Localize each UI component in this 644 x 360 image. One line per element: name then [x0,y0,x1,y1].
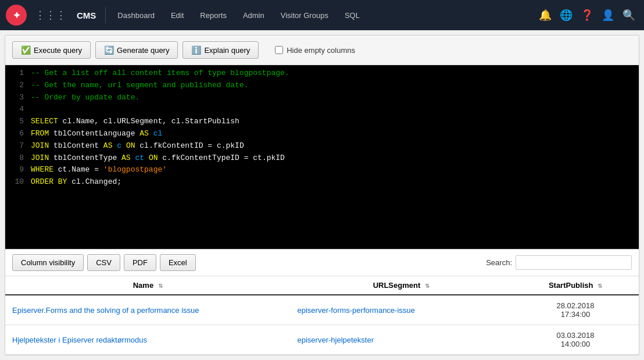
column-header-name[interactable]: Name ⇅ [5,276,291,295]
line-number: 6 [10,128,24,140]
nav-visitor-groups[interactable]: Visitor Groups [274,8,335,23]
row1-url-link[interactable]: episerver-forms-performance-issue [298,306,415,315]
code-line-9: 9 WHERE ct.Name = 'blogpostpage' [5,164,639,176]
code-line-8: 8 JOIN tblContentType AS ct ON c.fkConte… [5,152,639,165]
line-number: 7 [10,140,24,152]
code-content: JOIN tblContentType AS ct ON c.fkContent… [31,152,285,165]
code-editor[interactable]: 1 -- Get a list off all content items of… [5,65,639,249]
code-content: -- Order by update date. [31,92,139,104]
code-content: JOIN tblContent AS c ON cl.fkContentID =… [31,140,244,152]
query-toolbar: ✅ Execute query 🔄 Generate query ℹ️ Expl… [5,35,639,65]
code-line-6: 6 FROM tblContentLanguage AS cl [5,128,639,140]
hide-empty-columns-label[interactable]: Hide empty columns [275,46,355,55]
code-line-1: 1 -- Get a list off all content items of… [5,67,639,80]
row2-name-link[interactable]: Hjelpetekster i Episerver redaktørmodus [12,336,147,344]
code-line-3: 3 -- Order by update date. [5,92,639,104]
globe-icon[interactable]: 🌐 [557,6,575,24]
logo[interactable]: ✦ [6,5,27,26]
row2-url-link[interactable]: episerver-hjelpetekster [298,336,374,344]
excel-button[interactable]: Excel [160,254,196,271]
hide-empty-columns-checkbox[interactable] [275,46,283,54]
nav-separator [105,7,106,23]
line-number: 9 [10,164,24,176]
column-header-url[interactable]: URLSegment ⇅ [291,276,513,295]
sort-icon-url: ⇅ [425,283,430,289]
column-header-date[interactable]: StartPublish ⇅ [512,276,639,295]
code-content: ORDER BY cl.Changed; [31,176,121,188]
results-table: Name ⇅ URLSegment ⇅ StartPublish ⇅ [5,276,639,355]
search-icon[interactable]: 🔍 [620,6,638,24]
nav-dashboard[interactable]: Dashboard [110,8,162,23]
code-line-7: 7 JOIN tblContent AS c ON cl.fkContentID… [5,140,639,152]
line-number: 2 [10,80,24,92]
explain-query-button[interactable]: ℹ️ Explain query [183,41,259,59]
cell-date-1: 28.02.201817:34:00 [512,295,639,325]
main-area: ✅ Execute query 🔄 Generate query ℹ️ Expl… [5,35,639,355]
bell-icon[interactable]: 🔔 [536,6,554,24]
table-row: Episerver.Forms and the solving of a per… [5,295,639,325]
code-content: -- Get the name, url segment and publish… [31,80,248,92]
code-content [31,104,35,116]
top-navigation: ✦ ⋮⋮⋮ CMS Dashboard Edit Reports Admin V… [0,0,644,30]
line-number: 5 [10,116,24,128]
search-wrap: Search: [486,255,632,270]
line-number: 1 [10,67,24,80]
pdf-button[interactable]: PDF [124,254,156,271]
nav-edit[interactable]: Edit [164,8,191,23]
code-content: SELECT cl.Name, cl.URLSegment, cl.StartP… [31,116,239,128]
topnav-icons: 🔔 🌐 ❓ 👤 🔍 [536,6,638,24]
nav-sql[interactable]: SQL [338,8,367,23]
column-visibility-button[interactable]: Column visibility [12,254,84,271]
cell-name-2: Hjelpetekster i Episerver redaktørmodus [5,325,291,355]
table-row: Hjelpetekster i Episerver redaktørmodus … [5,325,639,355]
cell-url-2: episerver-hjelpetekster [291,325,513,355]
search-input[interactable] [516,255,632,270]
cell-date-2: 03.03.201814:00:00 [512,325,639,355]
line-number: 3 [10,92,24,104]
results-area: Column visibility CSV PDF Excel Search: … [5,249,639,355]
grid-icon[interactable]: ⋮⋮⋮ [31,9,70,22]
line-number: 8 [10,152,24,165]
csv-button[interactable]: CSV [87,254,120,271]
execute-query-button[interactable]: ✅ Execute query [12,41,91,59]
search-label: Search: [486,258,512,267]
cell-url-1: episerver-forms-performance-issue [291,295,513,325]
user-icon[interactable]: 👤 [599,6,617,24]
row1-name-link[interactable]: Episerver.Forms and the solving of a per… [12,306,199,315]
results-toolbar: Column visibility CSV PDF Excel Search: [5,249,639,276]
code-line-4: 4 [5,104,639,116]
line-number: 4 [10,104,24,116]
code-line-2: 2 -- Get the name, url segment and publi… [5,80,639,92]
line-number: 10 [10,176,24,188]
sort-icon-date: ⇅ [598,283,602,289]
info-icon: ℹ️ [191,45,201,55]
code-content: -- Get a list off all content items of t… [31,67,289,80]
table-header-row: Name ⇅ URLSegment ⇅ StartPublish ⇅ [5,276,639,295]
code-line-10: 10 ORDER BY cl.Changed; [5,176,639,188]
cell-name-1: Episerver.Forms and the solving of a per… [5,295,291,325]
checkmark-icon: ✅ [21,45,31,55]
help-icon[interactable]: ❓ [578,6,596,24]
nav-admin[interactable]: Admin [236,8,271,23]
code-line-5: 5 SELECT cl.Name, cl.URLSegment, cl.Star… [5,116,639,128]
refresh-icon: 🔄 [104,45,114,55]
code-content: WHERE ct.Name = 'blogpostpage' [31,164,167,176]
row2-date: 03.03.201814:00:00 [556,331,594,348]
row1-date: 28.02.201817:34:00 [556,301,594,319]
code-content: FROM tblContentLanguage AS cl [31,128,162,140]
generate-query-button[interactable]: 🔄 Generate query [95,41,178,59]
nav-reports[interactable]: Reports [193,8,234,23]
sort-icon-name: ⇅ [158,283,163,289]
cms-label: CMS [72,10,101,20]
